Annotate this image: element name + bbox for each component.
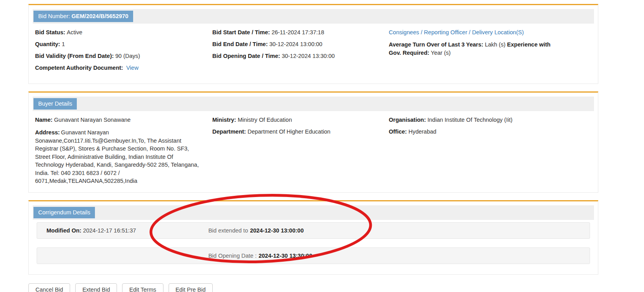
bid-status-row: Bid Status:Active [35, 29, 212, 36]
bid-status-label: Bid Status: [35, 29, 65, 35]
buyer-col-mid: Ministry:Ministry Of Education Departmen… [212, 117, 389, 185]
quantity-value: 1 [62, 41, 65, 47]
authority-document-label: Competent Authority Document: [35, 65, 123, 71]
bid-number-chip: Bid Number:GEM/2024/B/5652970 [33, 11, 133, 22]
extend-bid-button[interactable]: Extend Bid [75, 283, 117, 292]
department-row: Department:Department Of Higher Educatio… [212, 128, 389, 135]
department-label: Department: [212, 128, 246, 135]
bid-summary-col-mid: Bid Start Date / Time:26-11-2024 17:37:1… [212, 29, 389, 76]
corrigendum-card: Corrigendum Details Modified On: 2024-12… [28, 200, 598, 275]
buyer-details-chip: Buyer Details [33, 98, 77, 110]
modified-on-label: Modified On: [46, 227, 82, 234]
bid-opening-label: Bid Opening Date / Time: [212, 53, 280, 59]
bid-number-header-band: Bid Number:GEM/2024/B/5652970 [33, 9, 594, 24]
change-cell: Bid Opening Date :2024-12-30 13:30:00 [208, 253, 312, 259]
ministry-row: Ministry:Ministry Of Education [212, 117, 389, 123]
bid-validity-row: Bid Validity (From End Date):90 (Days) [35, 53, 212, 60]
quantity-label: Quantity: [35, 41, 60, 47]
bid-start-label: Bid Start Date / Time: [212, 29, 270, 35]
bid-start-row: Bid Start Date / Time:26-11-2024 17:37:1… [212, 29, 389, 36]
buyer-details-body: Name:Gunavant Narayan Sonawane Address:G… [33, 111, 594, 186]
office-label: Office: [389, 128, 407, 135]
authority-document-row: Competent Authority Document: View [35, 65, 212, 71]
office-row: Office:Hyderabad [389, 128, 592, 135]
corrigendum-header-band: Corrigendum Details [33, 205, 594, 220]
page-content: Bid Number:GEM/2024/B/5652970 Bid Status… [28, 4, 598, 292]
action-bar: Cancel Bid Extend Bid Edit Terms Edit Pr… [28, 283, 598, 292]
buyer-col-right: Organisation:Indian Institute Of Technol… [389, 117, 592, 185]
organisation-label: Organisation: [389, 117, 426, 123]
buyer-name-label: Name: [35, 117, 52, 123]
buyer-name-row: Name:Gunavant Narayan Sonawane [35, 117, 212, 123]
buyer-details-card: Buyer Details Name:Gunavant Narayan Sona… [28, 91, 598, 193]
edit-terms-button[interactable]: Edit Terms [122, 283, 163, 292]
organisation-row: Organisation:Indian Institute Of Technol… [389, 117, 592, 123]
modified-on-value: 2024-12-17 16:51:37 [83, 227, 136, 234]
organisation-value: Indian Institute Of Technology (Iit) [427, 117, 512, 123]
consignees-link[interactable]: Consignees / Reporting Officer / Deliver… [389, 29, 592, 36]
corrigendum-row: Bid Opening Date :2024-12-30 13:30:00 [37, 247, 590, 264]
ministry-value: Ministry Of Education [238, 117, 292, 123]
buyer-address-label: Address: [35, 129, 60, 136]
bid-validity-label: Bid Validity (From End Date): [35, 53, 114, 59]
bid-end-value: 30-12-2024 13:00:00 [269, 41, 323, 47]
buyer-name-value: Gunavant Narayan Sonawane [54, 117, 130, 123]
buyer-col-left: Name:Gunavant Narayan Sonawane Address:G… [35, 117, 212, 185]
bid-summary-card: Bid Number:GEM/2024/B/5652970 Bid Status… [28, 4, 598, 84]
corrigendum-row: Modified On: 2024-12-17 16:51:37 Bid ext… [37, 222, 590, 239]
bid-number-label: Bid Number: [38, 13, 70, 19]
corrigendum-chip: Corrigendum Details [33, 207, 95, 218]
change-value: 2024-12-30 13:30:00 [258, 253, 312, 259]
turnover-label: Average Turn Over of Last 3 Years: [389, 41, 483, 48]
cancel-bid-button[interactable]: Cancel Bid [28, 283, 70, 292]
experience-value: Year (s) [431, 50, 451, 56]
bid-end-row: Bid End Date / Time:30-12-2024 13:00:00 [212, 41, 389, 48]
bid-summary-col-left: Bid Status:Active Quantity:1 Bid Validit… [35, 29, 212, 76]
turnover-experience-row: Average Turn Over of Last 3 Years:Lakh (… [389, 41, 554, 57]
change-value: 2024-12-30 13:00:00 [250, 227, 304, 234]
change-cell: Bid extended to2024-12-30 13:00:00 [208, 227, 304, 234]
bid-opening-row: Bid Opening Date / Time:30-12-2024 13:30… [212, 53, 389, 60]
modified-on-cell: Modified On: 2024-12-17 16:51:37 [37, 227, 208, 234]
buyer-address-value: Gunavant Narayan Sonawane,Con117.Iiti.Ts… [35, 129, 199, 184]
edit-pre-bid-button[interactable]: Edit Pre Bid [169, 283, 213, 292]
bid-summary-body: Bid Status:Active Quantity:1 Bid Validit… [33, 24, 594, 77]
buyer-details-header-band: Buyer Details [33, 97, 594, 111]
change-text: Bid extended to [208, 227, 248, 234]
turnover-value: Lakh (s) [485, 41, 505, 48]
bid-validity-value: 90 (Days) [115, 53, 140, 59]
ministry-label: Ministry: [212, 117, 236, 123]
office-value: Hyderabad [408, 128, 436, 135]
bid-status-value: Active [67, 29, 83, 35]
bid-opening-value: 30-12-2024 13:30:00 [282, 53, 335, 59]
bid-detail-page: Bid Number:GEM/2024/B/5652970 Bid Status… [0, 0, 644, 292]
department-value: Department Of Higher Education [247, 128, 330, 135]
bid-number-value: GEM/2024/B/5652970 [72, 13, 128, 19]
bid-summary-col-right: Consignees / Reporting Officer / Deliver… [389, 29, 592, 76]
authority-document-view-link[interactable]: View [126, 65, 138, 71]
quantity-row: Quantity:1 [35, 41, 212, 48]
bid-end-label: Bid End Date / Time: [212, 41, 268, 47]
change-text: Bid Opening Date : [208, 253, 257, 259]
bid-start-value: 26-11-2024 17:37:18 [271, 29, 324, 35]
buyer-address-row: Address:Gunavant Narayan Sonawane,Con117… [35, 128, 203, 185]
